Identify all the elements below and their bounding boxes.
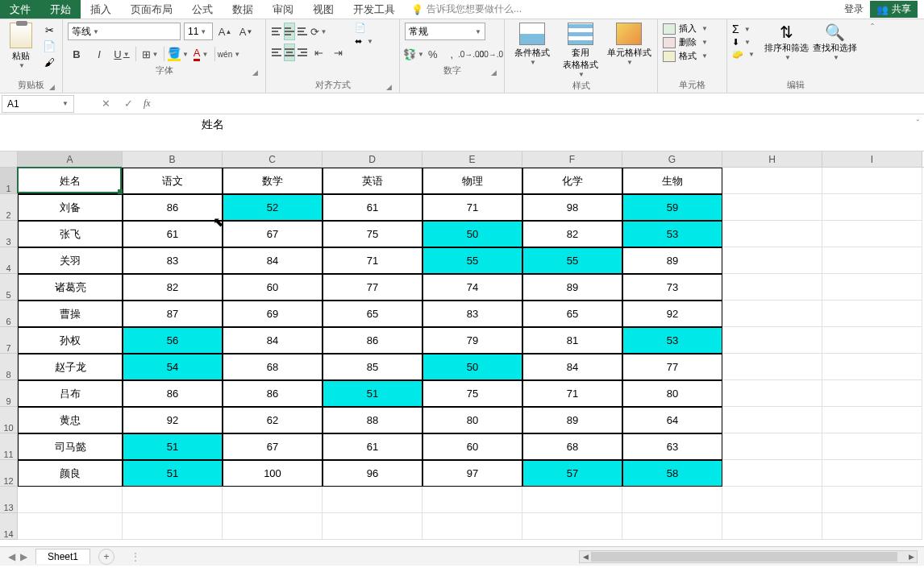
align-left-button[interactable] — [271, 44, 282, 61]
cell[interactable] — [522, 487, 622, 513]
cell[interactable] — [722, 194, 822, 221]
cell[interactable]: 黄忠 — [18, 407, 123, 433]
row-header[interactable]: 12 — [0, 460, 18, 487]
insert-cells-button[interactable]: 插入▼ — [663, 23, 708, 35]
cell[interactable]: 61 — [323, 433, 422, 460]
cell[interactable]: 诸葛亮 — [18, 274, 123, 301]
row-header[interactable]: 14 — [0, 513, 18, 540]
cell[interactable]: 84 — [223, 327, 323, 354]
increase-indent-button[interactable]: ⇥ — [329, 44, 347, 61]
row-header[interactable]: 10 — [0, 407, 18, 433]
cell[interactable]: 数学 — [223, 168, 323, 194]
tab-developer[interactable]: 开发工具 — [343, 0, 405, 19]
cell[interactable] — [822, 487, 922, 513]
cell[interactable]: 84 — [522, 354, 622, 380]
cell[interactable]: 55 — [522, 247, 622, 274]
cell[interactable] — [822, 247, 922, 274]
delete-cells-button[interactable]: 删除▼ — [663, 36, 708, 48]
cell[interactable]: 79 — [422, 327, 522, 354]
cell[interactable]: 81 — [522, 327, 622, 354]
cell[interactable]: 51 — [123, 460, 223, 487]
cell[interactable]: 53 — [622, 327, 722, 354]
dialog-launcher-icon[interactable]: ◢ — [251, 68, 259, 77]
cell[interactable] — [722, 513, 822, 540]
column-header[interactable]: E — [422, 151, 522, 167]
row-header[interactable]: 4 — [0, 247, 18, 274]
align-bottom-button[interactable] — [297, 23, 308, 40]
cut-button[interactable]: ✂ — [42, 23, 56, 37]
cell[interactable]: 语文 — [123, 168, 223, 194]
cell[interactable]: 77 — [622, 354, 722, 380]
cell[interactable] — [123, 513, 223, 540]
increase-font-button[interactable]: A▲ — [216, 23, 234, 40]
column-header[interactable]: G — [622, 151, 722, 167]
find-select-button[interactable]: 🔍 查找和选择▼ — [813, 23, 858, 61]
add-sheet-button[interactable]: + — [98, 549, 114, 565]
tab-home[interactable]: 开始 — [40, 0, 81, 19]
cell[interactable]: 96 — [323, 460, 422, 487]
decrease-indent-button[interactable]: ⇤ — [310, 44, 327, 61]
cell[interactable]: 吕布 — [18, 380, 123, 407]
cell[interactable]: 姓名 — [18, 168, 123, 194]
cell[interactable] — [722, 407, 822, 433]
cell[interactable]: 98 — [522, 194, 622, 221]
bold-button[interactable]: B — [68, 45, 85, 63]
cell[interactable] — [822, 194, 922, 221]
font-color-button[interactable]: A▼ — [192, 45, 210, 63]
align-middle-button[interactable] — [284, 23, 295, 40]
row-header[interactable]: 13 — [0, 487, 18, 513]
cell[interactable]: 65 — [323, 301, 422, 327]
cell[interactable]: 82 — [522, 221, 622, 247]
cell[interactable]: 51 — [323, 380, 422, 407]
cell[interactable]: 55 — [422, 247, 522, 274]
tab-formulas[interactable]: 公式 — [182, 0, 223, 19]
row-header[interactable]: 1 — [0, 168, 18, 194]
tab-view[interactable]: 视图 — [303, 0, 343, 19]
cell[interactable]: 89 — [522, 274, 622, 301]
tab-review[interactable]: 审阅 — [263, 0, 303, 19]
cell[interactable]: 63 — [622, 433, 722, 460]
cell[interactable]: 孙权 — [18, 327, 123, 354]
cell[interactable] — [722, 354, 822, 380]
cell[interactable]: 86 — [323, 327, 422, 354]
cell[interactable] — [822, 221, 922, 247]
cell[interactable]: 60 — [422, 433, 522, 460]
cell[interactable]: 68 — [223, 354, 323, 380]
tab-file[interactable]: 文件 — [0, 0, 40, 19]
cell[interactable]: 65 — [522, 301, 622, 327]
cell[interactable]: 61 — [123, 221, 223, 247]
cell[interactable] — [18, 513, 123, 540]
align-top-button[interactable] — [271, 23, 282, 40]
cell[interactable] — [822, 433, 922, 460]
cell[interactable] — [722, 433, 822, 460]
cell[interactable]: 86 — [223, 380, 323, 407]
scroll-left-button[interactable]: ◀ — [580, 551, 591, 562]
cell[interactable]: 56 — [123, 327, 223, 354]
cell[interactable]: 77 — [323, 274, 422, 301]
cell[interactable]: 52 — [223, 194, 323, 221]
tab-pagelayout[interactable]: 页面布局 — [121, 0, 182, 19]
row-header[interactable]: 2 — [0, 194, 18, 221]
cell[interactable] — [323, 513, 422, 540]
sheet-nav-next-button[interactable]: ▶ — [20, 551, 27, 562]
cell[interactable] — [223, 513, 323, 540]
cell[interactable]: 生物 — [622, 168, 722, 194]
cell[interactable]: 刘备 — [18, 194, 123, 221]
cell[interactable] — [822, 274, 922, 301]
cell[interactable]: 59 — [622, 194, 722, 221]
cell[interactable] — [422, 513, 522, 540]
collapse-ribbon-button[interactable]: ˆ — [864, 19, 880, 93]
cell[interactable] — [522, 513, 622, 540]
orientation-button[interactable]: ⟳▼ — [310, 23, 327, 40]
fill-button[interactable]: ⬇▼ — [732, 37, 755, 48]
tell-me-search[interactable]: 💡 告诉我您想要做什么... — [405, 0, 528, 19]
cell[interactable]: 75 — [323, 221, 422, 247]
cell[interactable]: 86 — [123, 194, 223, 221]
cell[interactable]: 53 — [622, 221, 722, 247]
cell[interactable]: 英语 — [323, 168, 422, 194]
cell[interactable]: 62 — [223, 407, 323, 433]
row-header[interactable]: 6 — [0, 301, 18, 327]
align-center-button[interactable] — [284, 44, 295, 61]
cell[interactable]: 60 — [223, 274, 323, 301]
font-name-select[interactable]: 等线▼ — [68, 23, 181, 40]
